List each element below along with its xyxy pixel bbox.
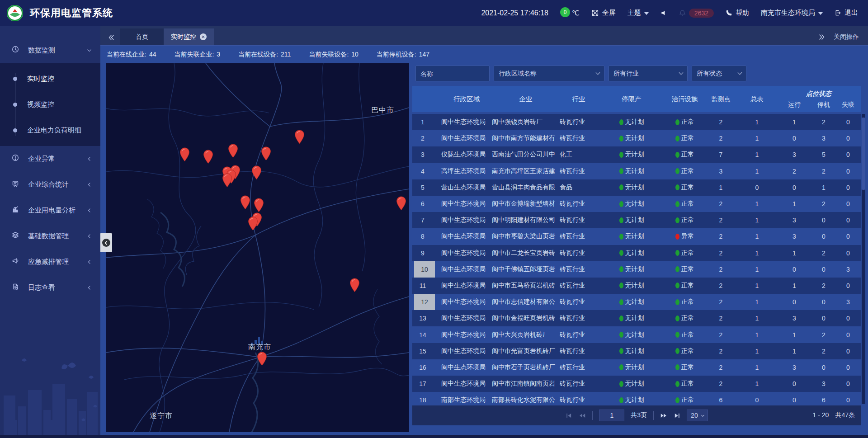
table-row[interactable]: 1阆中生态环境局阆中强锐页岩砖厂砖瓦行业无计划正常21120 [412, 114, 861, 130]
sidebar-item-应急减排管理[interactable]: 应急减排管理 [0, 249, 100, 275]
limit-status-label: 无计划 [625, 363, 644, 372]
table-row[interactable]: 17阆中生态环境局阆中市江南镇阆南页岩砖瓦行业无计划正常21030 [412, 376, 861, 392]
prev-page-button[interactable] [579, 412, 586, 419]
table-row[interactable]: 5营山生态环境局营山县润丰肉食品有限食品无计划正常10010 [412, 179, 861, 196]
table-row[interactable]: 12阆中生态环境局阆中市忠信建材有限公砖瓦行业无计划正常21003 [412, 294, 861, 310]
table-row[interactable]: 7阆中生态环境局阆中明阳建材有限公司砖瓦行业无计划正常21300 [412, 212, 861, 228]
table-row[interactable]: 8阆中生态环境局阆中市枣碧大梁山页岩砖瓦行业无计划异常21300 [412, 228, 861, 245]
status-dot-green [675, 348, 679, 354]
map-marker[interactable] [261, 146, 271, 161]
cell-company: 阆中市金博瑞新型墙材 [492, 200, 560, 208]
name-filter-input[interactable] [415, 66, 490, 81]
cell-industry: 砖瓦行业 [560, 298, 598, 306]
tab-实时监控[interactable]: 实时监控✕ [164, 28, 214, 45]
map-marker[interactable] [251, 165, 262, 180]
row-index-cell: 14 [412, 326, 441, 343]
tab-label: 首页 [136, 33, 148, 41]
chevron-left-icon [86, 259, 92, 265]
close-tab-icon[interactable]: ✕ [200, 33, 207, 40]
map-marker[interactable] [203, 150, 213, 164]
table-row[interactable]: 3仪陇生态环境局西南油气田分公司川中化工无计划正常71350 [412, 146, 861, 163]
sidebar-item-企业异常[interactable]: 企业异常 [0, 146, 100, 172]
table-row[interactable]: 10阆中生态环境局阆中千佛镇五郎垭页岩砖瓦行业无计划正常21003 [412, 261, 861, 278]
alert-counter[interactable]: 2632 [679, 9, 714, 18]
first-page-button[interactable] [566, 412, 572, 419]
sidebar-item-企业综合统计[interactable]: 企业综合统计 [0, 172, 100, 198]
facility-status-label: 正常 [681, 216, 694, 224]
row-index-cell: 7 [412, 212, 441, 228]
map-marker[interactable] [294, 130, 305, 144]
table-row[interactable]: 15阆中生态环境局阆中市光富页岩机砖厂砖瓦行业无计划正常21120 [412, 343, 861, 359]
region-filter-select[interactable]: 行政区域名称 [494, 66, 604, 81]
cell-monitor-points: 2 [704, 118, 738, 126]
help-button[interactable]: 帮助 [726, 9, 749, 17]
stat-label: 当前在线企业: [107, 51, 146, 59]
facility-status-label: 正常 [681, 331, 694, 339]
sidebar-subitem-视频监控[interactable]: 视频监控 [0, 92, 100, 118]
facility-status-label: 正常 [681, 200, 694, 208]
table-row[interactable]: 2阆中生态环境局阆中市南方节能建材有砖瓦行业无计划正常21030 [412, 130, 861, 146]
table-row[interactable]: 4高坪生态环境局南充市高坪区王家店建砖瓦行业无计划正常31220 [412, 163, 861, 179]
map-marker[interactable] [349, 278, 360, 292]
industry-filter-select[interactable]: 所有行业 [609, 66, 688, 81]
tabs-scroll-left-button[interactable] [100, 34, 120, 45]
theme-dropdown[interactable]: 主题 [627, 9, 649, 17]
cell-monitor-points: 2 [704, 250, 738, 257]
sound-toggle-button[interactable] [660, 9, 667, 16]
row-index: 8 [412, 233, 433, 240]
sidebar-item-label: 企业异常 [28, 155, 86, 163]
table-row[interactable]: 16阆中生态环境局阆中市石子页岩机砖厂砖瓦行业无计划正常21300 [412, 359, 861, 376]
table-row[interactable]: 18南部生态环境局南部县砖化水泥有限公砖瓦行业无计划正常60060 [412, 392, 861, 404]
status-filter-select[interactable]: 所有状态 [692, 66, 746, 81]
map-marker[interactable] [222, 173, 232, 188]
gauge-icon [12, 46, 22, 56]
logout-button[interactable]: 退出 [835, 9, 858, 17]
map-marker[interactable] [179, 147, 190, 162]
org-dropdown[interactable]: 南充市生态环境局 [761, 9, 823, 17]
stat-label: 当前停机设备: [377, 51, 416, 59]
sidebar-item-日志查看[interactable]: 日志查看 [0, 275, 100, 301]
map-panel[interactable]: 巴中市南充市遂宁市 [106, 63, 409, 432]
cell-region: 阆中生态环境局 [441, 363, 492, 372]
map-marker[interactable] [228, 144, 238, 158]
cell-stopped: 6 [812, 396, 835, 404]
sidebar-item-企业用电量分析[interactable]: 企业用电量分析 [0, 198, 100, 223]
map-collapse-button[interactable] [100, 233, 112, 252]
cell-industry: 砖瓦行业 [560, 216, 598, 224]
last-page-button[interactable] [674, 412, 680, 419]
sidebar-item-label: 企业用电量分析 [28, 206, 86, 215]
table-row[interactable]: 9阆中生态环境局阆中市二龙长宝页岩砖砖瓦行业无计划正常21120 [412, 245, 861, 261]
tabs-scroll-right-button[interactable] [818, 33, 826, 41]
close-operations-button[interactable]: 关闭操作 [834, 33, 859, 41]
map-marker[interactable] [240, 195, 250, 210]
map-marker[interactable] [254, 198, 264, 212]
cell-company: 南部县砖化水泥有限公 [492, 396, 560, 404]
table-row[interactable]: 11阆中生态环境局阆中市五马桥页岩机砖砖瓦行业无计划正常21120 [412, 278, 861, 294]
map-marker[interactable] [396, 196, 406, 211]
tab-首页[interactable]: 首页 [120, 28, 164, 45]
row-index: 1 [412, 118, 433, 126]
sidebar-item-数据监测[interactable]: 数据监测 [0, 38, 100, 63]
table-row[interactable]: 14阆中生态环境局阆中大兴页岩机砖厂砖瓦行业无计划正常21120 [412, 326, 861, 343]
status-dot-green [675, 381, 679, 387]
cell-company: 阆中市枣碧大梁山页岩 [492, 232, 560, 240]
table-row[interactable]: 6阆中生态环境局阆中市金博瑞新型墙材砖瓦行业无计划正常21120 [412, 196, 861, 212]
temperature-indicator: 0 ℃ [560, 9, 580, 17]
row-index-cell: 15 [412, 343, 441, 359]
fullscreen-button[interactable]: 全屏 [591, 9, 616, 17]
status-dot-green [619, 217, 623, 223]
map-marker[interactable] [257, 352, 267, 366]
scrollbar-thumb[interactable] [862, 118, 865, 190]
cell-running: 3 [776, 217, 812, 224]
sidebar-subitem-实时监控[interactable]: 实时监控 [0, 66, 100, 92]
sidebar-subitem-企业电力负荷明细[interactable]: 企业电力负荷明细 [0, 118, 100, 143]
next-page-button[interactable] [660, 412, 667, 419]
page-size-select[interactable]: 20 [687, 410, 708, 421]
page-number-input[interactable] [599, 410, 624, 421]
table-row[interactable]: 13阆中生态环境局阆中市金福旺页岩机砖砖瓦行业无计划正常21300 [412, 310, 861, 326]
map-marker[interactable] [248, 217, 258, 231]
status-dot-green [675, 217, 679, 223]
sidebar-item-基础数据管理[interactable]: 基础数据管理 [0, 223, 100, 249]
cell-running: 0 [776, 184, 812, 191]
table-scrollbar[interactable] [862, 114, 865, 404]
